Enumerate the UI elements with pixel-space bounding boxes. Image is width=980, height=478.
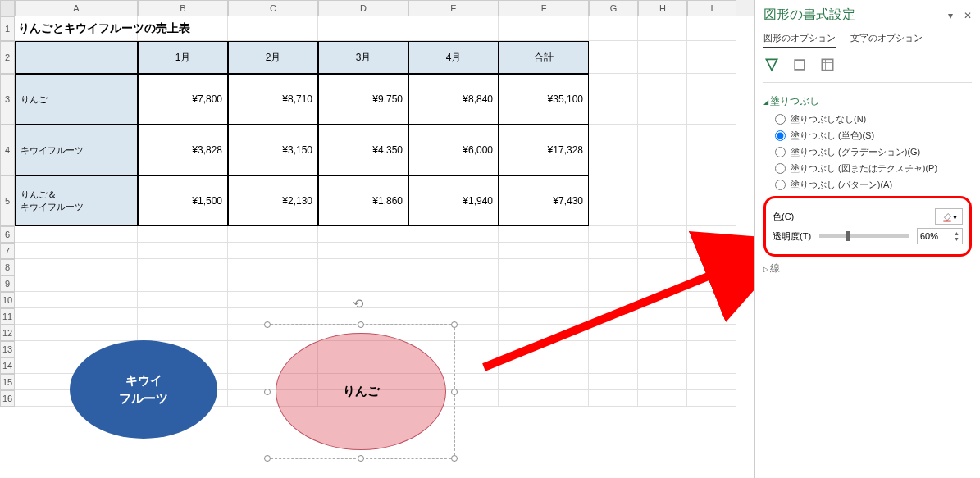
resize-handle-w[interactable] — [264, 389, 271, 395]
cell-G1[interactable] — [589, 16, 638, 41]
cell-H16[interactable] — [638, 390, 687, 407]
cell-G11[interactable] — [589, 308, 638, 325]
section-line[interactable]: 線 — [763, 262, 972, 275]
cell-C6[interactable] — [228, 226, 318, 243]
cell-E8[interactable] — [408, 259, 499, 275]
row-header-8[interactable]: 8 — [0, 259, 15, 275]
cell-F12[interactable] — [499, 325, 589, 341]
cell-B6[interactable] — [138, 226, 228, 243]
cell-A11[interactable] — [15, 308, 138, 325]
cell-H8[interactable] — [638, 259, 687, 275]
effects-icon[interactable] — [791, 57, 808, 75]
cell-F2[interactable]: 合計 — [499, 41, 589, 74]
tab-text-options[interactable]: 文字のオプション — [850, 32, 923, 48]
row-header-6[interactable]: 6 — [0, 226, 15, 243]
cell-D7[interactable] — [318, 243, 408, 259]
transparency-slider[interactable] — [819, 234, 909, 238]
cell-D8[interactable] — [318, 259, 408, 275]
cell-G12[interactable] — [589, 325, 638, 341]
cell-H10[interactable] — [638, 292, 687, 308]
cell-I13[interactable] — [687, 341, 736, 357]
cell-F9[interactable] — [499, 275, 589, 292]
cell-H14[interactable] — [638, 357, 687, 374]
row-header-4[interactable]: 4 — [0, 125, 15, 175]
cell-G4[interactable] — [589, 125, 638, 175]
row-header-12[interactable]: 12 — [0, 325, 15, 341]
cell-C5[interactable]: ¥2,130 — [228, 175, 318, 226]
row-header-10[interactable]: 10 — [0, 292, 15, 308]
row-header-14[interactable]: 14 — [0, 357, 15, 374]
cell-D3[interactable]: ¥9,750 — [318, 74, 408, 125]
cell-E4[interactable]: ¥6,000 — [408, 125, 499, 175]
cell-B7[interactable] — [138, 243, 228, 259]
cell-G10[interactable] — [589, 292, 638, 308]
color-picker-button[interactable]: ▾ — [935, 208, 963, 225]
cell-I12[interactable] — [687, 325, 736, 341]
cell-B10[interactable] — [138, 292, 228, 308]
cell-I3[interactable] — [687, 74, 736, 125]
row-header-16[interactable]: 16 — [0, 390, 15, 407]
shape-oval-apple[interactable]: りんご — [276, 333, 446, 450]
cell-H11[interactable] — [638, 308, 687, 325]
cell-A10[interactable] — [15, 292, 138, 308]
cell-G16[interactable] — [589, 390, 638, 407]
cell-C1[interactable] — [228, 16, 318, 41]
spreadsheet-area[interactable]: ABCDEFGHI 1りんごとキウイフルーツの売上表21月2月3月4月合計3りん… — [0, 0, 754, 478]
cell-H6[interactable] — [638, 226, 687, 243]
select-all-corner[interactable] — [0, 0, 15, 16]
fill-radio-input-0[interactable] — [775, 114, 786, 125]
col-header-G[interactable]: G — [589, 0, 638, 16]
cell-I15[interactable] — [687, 374, 736, 390]
cell-B1[interactable] — [138, 16, 228, 41]
cell-F11[interactable] — [499, 308, 589, 325]
cell-G9[interactable] — [589, 275, 638, 292]
cell-A8[interactable] — [15, 259, 138, 275]
row-header-1[interactable]: 1 — [0, 16, 15, 41]
cell-F4[interactable]: ¥17,328 — [499, 125, 589, 175]
row-header-13[interactable]: 13 — [0, 341, 15, 357]
cell-B11[interactable] — [138, 308, 228, 325]
cell-F13[interactable] — [499, 341, 589, 357]
cell-I10[interactable] — [687, 292, 736, 308]
pane-close-icon[interactable]: ✕ — [964, 10, 972, 21]
resize-handle-ne[interactable] — [451, 321, 458, 328]
cell-D6[interactable] — [318, 226, 408, 243]
cell-H7[interactable] — [638, 243, 687, 259]
col-header-I[interactable]: I — [687, 0, 736, 16]
row-header-9[interactable]: 9 — [0, 275, 15, 292]
row-header-11[interactable]: 11 — [0, 308, 15, 325]
fill-radio-2[interactable]: 塗りつぶし (グラデーション)(G) — [775, 146, 972, 158]
cell-H9[interactable] — [638, 275, 687, 292]
cell-C4[interactable]: ¥3,150 — [228, 125, 318, 175]
cell-A9[interactable] — [15, 275, 138, 292]
cell-E6[interactable] — [408, 226, 499, 243]
spinner-arrows-icon[interactable]: ▲▼ — [954, 230, 959, 242]
cell-E2[interactable]: 4月 — [408, 41, 499, 74]
cell-I16[interactable] — [687, 390, 736, 407]
cell-F1[interactable] — [499, 16, 589, 41]
cell-G15[interactable] — [589, 374, 638, 390]
resize-handle-sw[interactable] — [264, 455, 271, 462]
slider-thumb[interactable] — [846, 231, 850, 241]
col-header-A[interactable]: A — [15, 0, 138, 16]
cell-F10[interactable] — [499, 292, 589, 308]
cell-A12[interactable] — [15, 325, 138, 341]
col-header-C[interactable]: C — [228, 0, 318, 16]
cell-H13[interactable] — [638, 341, 687, 357]
cell-C8[interactable] — [228, 259, 318, 275]
cell-E10[interactable] — [408, 292, 499, 308]
fill-radio-input-1[interactable] — [775, 130, 786, 141]
cell-B4[interactable]: ¥3,828 — [138, 125, 228, 175]
cell-H2[interactable] — [638, 41, 687, 74]
cell-C3[interactable]: ¥8,710 — [228, 74, 318, 125]
cell-E3[interactable]: ¥8,840 — [408, 74, 499, 125]
cell-A3[interactable]: りんご — [15, 74, 138, 125]
cell-I2[interactable] — [687, 41, 736, 74]
col-header-H[interactable]: H — [638, 0, 687, 16]
cell-E5[interactable]: ¥1,940 — [408, 175, 499, 226]
cell-F7[interactable] — [499, 243, 589, 259]
row-header-3[interactable]: 3 — [0, 74, 15, 125]
fill-radio-1[interactable]: 塗りつぶし (単色)(S) — [775, 130, 972, 142]
cell-E1[interactable] — [408, 16, 499, 41]
cell-H1[interactable] — [638, 16, 687, 41]
